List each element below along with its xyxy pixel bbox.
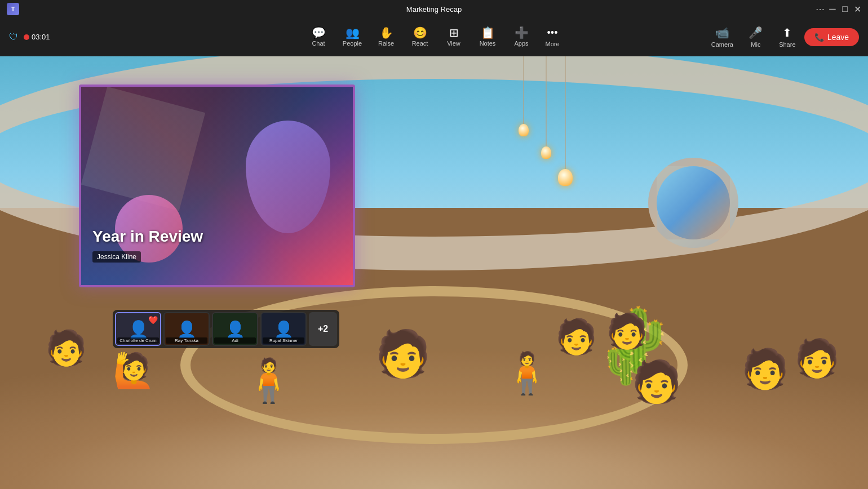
light-cord-2 [546, 56, 547, 146]
maximize-icon: □ [842, 4, 848, 14]
avatar-body-right-back-1: 🧑 [555, 320, 597, 354]
people-icon: 👥 [346, 27, 360, 38]
notes-label: Notes [480, 40, 496, 47]
participant-name-rupal: Rupal Skinner [263, 337, 304, 344]
avatar-right-front-1: 🧑 [631, 361, 682, 402]
avatar-body-right-center: 🧍 [502, 353, 552, 393]
raise-label: Raise [378, 40, 394, 47]
presentation-title: Year in Review [92, 228, 203, 246]
toolbar: 🛡 03:01 💬 Chat 👥 People ✋ Raise 😊 React … [0, 18, 868, 56]
apps-label: Apps [514, 40, 528, 47]
recording-indicator: 03:01 [24, 33, 50, 41]
toolbar-media-controls: 📹 Camera 🎤 Mic ⬆ Share 📞 Leave [706, 23, 859, 51]
camera-label: Camera [711, 41, 733, 48]
window-title: Marketing Recap [406, 5, 462, 14]
participant-thumb-adi[interactable]: 👤 Adi [212, 312, 258, 346]
participant-avatar-rupal: 👤 [274, 320, 294, 339]
light-cord-1 [523, 56, 524, 124]
titlebar-controls[interactable]: ⋯ ─ □ ✕ [816, 5, 861, 13]
share-icon: ⬆ [782, 26, 792, 39]
participant-avatar-ray: 👤 [177, 320, 197, 339]
more-label: More [545, 41, 559, 47]
notes-icon: 📋 [481, 27, 495, 38]
mic-label: Mic [751, 41, 760, 48]
chat-icon: 💬 [312, 27, 326, 38]
portal-window [648, 158, 738, 248]
phone-icon: 📞 [814, 33, 824, 42]
react-icon: 😊 [413, 27, 427, 38]
mic-icon: 🎤 [749, 26, 763, 39]
leave-label: Leave [827, 33, 849, 42]
close-button[interactable]: ✕ [853, 5, 861, 13]
raise-button[interactable]: ✋ Raise [370, 24, 402, 50]
avatar-right-back-2: 🧑 [606, 314, 648, 348]
participant-thumb-charlotte[interactable]: 👤 ❤️ Charlotte de Crum [115, 312, 161, 346]
avatar-right-far: 🧑 [794, 340, 840, 376]
react-button[interactable]: 😊 React [404, 24, 436, 50]
avatar-body-left-back: 🧑 [45, 331, 87, 365]
camera-icon: 📹 [715, 26, 729, 39]
view-button[interactable]: ⊞ View [438, 24, 470, 50]
participant-heart-icon: ❤️ [148, 315, 158, 324]
apps-button[interactable]: ➕ Apps [506, 24, 537, 50]
react-label: React [412, 40, 428, 47]
close-icon: ✕ [854, 4, 861, 15]
participant-avatar-adi: 👤 [225, 320, 245, 339]
chat-button[interactable]: 💬 Chat [303, 24, 334, 50]
share-button[interactable]: ⬆ Share [773, 23, 802, 51]
teams-logo: T [7, 3, 19, 15]
participant-name-ray: Ray Tanaka [166, 337, 207, 344]
maximize-button[interactable]: □ [841, 5, 849, 13]
participant-name-charlotte: Charlotte de Crum [117, 337, 159, 344]
raise-hand-icon: ✋ [379, 27, 393, 38]
light-bulb-1 [519, 124, 529, 136]
participant-strip: 👤 ❤️ Charlotte de Crum 👤 Ray Tanaka 👤 Ad… [113, 310, 339, 348]
minimize-icon: ─ [829, 4, 835, 14]
people-button[interactable]: 👥 People [336, 24, 368, 50]
hanging-light-3 [558, 56, 573, 186]
avatar-body-right-far: 🧑 [794, 340, 840, 376]
light-bulb-3 [558, 169, 573, 186]
minimize-button[interactable]: ─ [829, 5, 836, 13]
leave-button[interactable]: 📞 Leave [804, 28, 859, 46]
presenter-name: Jessica Kline [92, 251, 141, 263]
avatar-center: 🧍 [242, 359, 295, 402]
avatar-right-front-2: 🧑 [741, 349, 789, 388]
toolbar-nav: 💬 Chat 👥 People ✋ Raise 😊 React ⊞ View 📋… [303, 24, 565, 51]
avatar-body-right-back-2: 🧑 [606, 314, 648, 348]
view-icon: ⊞ [449, 27, 459, 38]
overflow-count: +2 [318, 324, 328, 334]
toolbar-status-area: 🛡 03:01 [9, 32, 50, 42]
avatar-presenter: 🧑 [375, 331, 431, 376]
notes-button[interactable]: 📋 Notes [472, 24, 503, 50]
share-label: Share [779, 41, 795, 48]
more-icon: ••• [547, 27, 558, 39]
shield-icon: 🛡 [9, 32, 19, 42]
participant-thumb-rupal[interactable]: 👤 Rupal Skinner [260, 312, 307, 346]
hanging-light-1 [519, 56, 529, 136]
rec-dot-icon [24, 34, 29, 40]
mic-button[interactable]: 🎤 Mic [741, 23, 770, 51]
more-options-button[interactable]: ⋯ [816, 5, 824, 13]
participant-thumb-ray[interactable]: 👤 Ray Tanaka [163, 312, 210, 346]
more-button[interactable]: ••• More [539, 24, 565, 51]
avatar-body-left-front: 🙋 [113, 354, 155, 388]
meeting-area: 🌵 🌵 Year in Review Jessica Kline 👤 ❤️ [0, 56, 868, 489]
camera-button[interactable]: 📹 Camera [706, 23, 739, 51]
chat-label: Chat [312, 40, 325, 47]
view-label: View [447, 40, 460, 47]
avatar-body-center: 🧍 [242, 359, 295, 402]
titlebar-left: T [7, 3, 19, 15]
avatar-left-front: 🙋 [113, 354, 155, 388]
participant-overflow-badge[interactable]: +2 [309, 312, 337, 346]
hanging-light-2 [541, 56, 551, 159]
avatar-body-presenter: 🧑 [375, 331, 431, 376]
avatar-body-right-front-1: 🧑 [631, 361, 682, 402]
apps-icon: ➕ [515, 27, 529, 38]
participant-avatar-charlotte: 👤 [128, 319, 149, 339]
light-cord-3 [565, 56, 566, 169]
more-dots-icon: ⋯ [816, 4, 825, 15]
titlebar: T Marketing Recap ⋯ ─ □ ✕ [0, 0, 868, 18]
virtual-room-background: 🌵 🌵 Year in Review Jessica Kline 👤 ❤️ [0, 56, 868, 489]
avatar-body-right-front-2: 🧑 [741, 349, 789, 388]
